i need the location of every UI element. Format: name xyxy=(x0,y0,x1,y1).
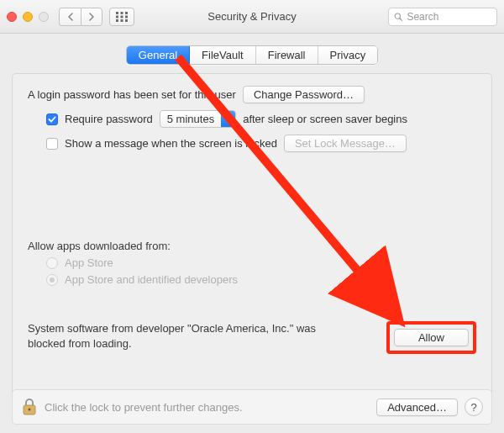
tab-general[interactable]: General xyxy=(127,46,190,64)
chevron-right-icon xyxy=(88,13,95,21)
allow-button[interactable]: Allow xyxy=(394,329,469,346)
radio-identified xyxy=(46,274,58,286)
forward-button[interactable] xyxy=(81,8,102,26)
svg-rect-1 xyxy=(121,12,123,14)
grid-icon xyxy=(116,12,128,22)
footer: Click the lock to prevent further change… xyxy=(12,389,492,425)
show-all-button[interactable] xyxy=(109,8,134,26)
nav-buttons xyxy=(59,8,102,26)
svg-rect-2 xyxy=(125,12,128,14)
svg-line-10 xyxy=(400,18,402,20)
require-password-label: Require password xyxy=(65,113,153,125)
tabs-row: General FileVault Firewall Privacy xyxy=(0,34,504,73)
radio-identified-label: App Store and identified developers xyxy=(65,273,238,286)
svg-rect-6 xyxy=(116,19,118,22)
checkmark-icon xyxy=(48,115,56,124)
require-password-checkbox[interactable] xyxy=(46,114,58,125)
allow-apps-heading: Allow apps downloaded from: xyxy=(28,240,476,252)
password-delay-select[interactable]: 5 minutes xyxy=(160,110,236,128)
search-field-wrap[interactable] xyxy=(388,8,497,26)
search-input[interactable] xyxy=(407,11,491,23)
traffic-lights xyxy=(7,12,49,22)
allow-button-highlight: Allow xyxy=(386,321,476,354)
zoom-window-button xyxy=(39,12,49,22)
help-button[interactable]: ? xyxy=(465,398,483,416)
tab-privacy[interactable]: Privacy xyxy=(318,46,378,64)
advanced-button[interactable]: Advanced… xyxy=(376,399,458,416)
allow-apps-option-identified: App Store and identified developers xyxy=(46,273,476,286)
svg-point-12 xyxy=(29,409,31,411)
show-message-checkbox[interactable] xyxy=(46,138,58,150)
login-password-text: A login password has been set for this u… xyxy=(28,88,236,101)
back-button[interactable] xyxy=(59,8,81,26)
svg-rect-8 xyxy=(125,19,128,22)
blocked-software-text: System software from developer "Oracle A… xyxy=(28,321,347,351)
tabs-segmented: General FileVault Firewall Privacy xyxy=(126,45,378,65)
main-panel: A login password has been set for this u… xyxy=(12,73,492,396)
close-window-button[interactable] xyxy=(7,12,17,22)
password-delay-value: 5 minutes xyxy=(167,113,214,125)
svg-point-9 xyxy=(395,13,400,18)
set-lock-message-button: Set Lock Message… xyxy=(284,135,407,152)
search-icon xyxy=(394,12,402,22)
select-stepper-icon xyxy=(221,111,235,127)
svg-rect-0 xyxy=(116,12,118,14)
show-message-label: Show a message when the screen is locked xyxy=(65,137,277,150)
radio-appstore-label: App Store xyxy=(65,256,113,269)
titlebar: Security & Privacy xyxy=(0,0,504,34)
blocked-software-row: System software from developer "Oracle A… xyxy=(28,321,476,354)
svg-rect-4 xyxy=(121,15,123,18)
require-password-row: Require password 5 minutes after sleep o… xyxy=(46,110,476,128)
svg-rect-3 xyxy=(116,15,118,18)
chevron-left-icon xyxy=(67,13,74,21)
minimize-window-button[interactable] xyxy=(23,12,33,22)
tab-firewall[interactable]: Firewall xyxy=(256,46,318,64)
login-password-row: A login password has been set for this u… xyxy=(28,86,476,103)
show-message-row: Show a message when the screen is locked… xyxy=(46,135,476,152)
radio-appstore xyxy=(46,257,58,269)
change-password-button[interactable]: Change Password… xyxy=(243,86,365,103)
after-sleep-text: after sleep or screen saver begins xyxy=(243,113,407,125)
lock-text: Click the lock to prevent further change… xyxy=(45,401,243,414)
allow-apps-option-appstore: App Store xyxy=(46,256,476,269)
lock-icon[interactable] xyxy=(21,397,38,417)
svg-rect-5 xyxy=(125,15,128,18)
svg-rect-7 xyxy=(121,19,123,22)
tab-filevault[interactable]: FileVault xyxy=(190,46,256,64)
